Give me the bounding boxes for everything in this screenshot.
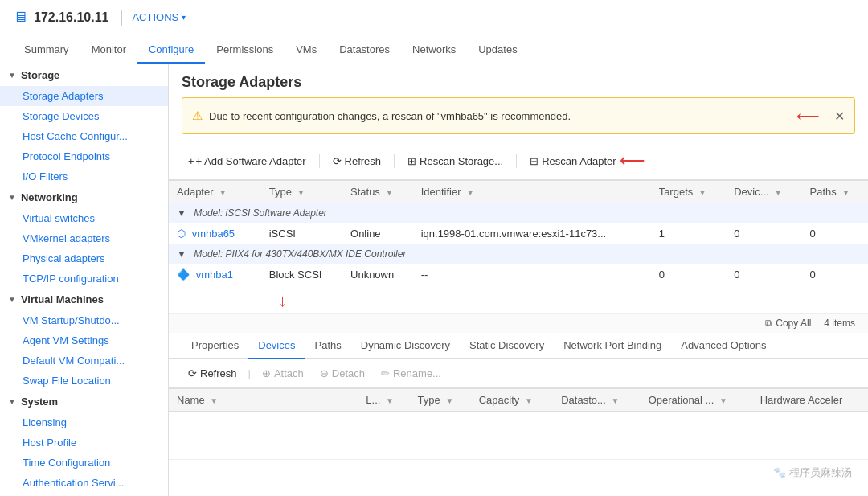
sidebar-item-virtual-switches[interactable]: Virtual switches (0, 208, 168, 228)
copy-all-button[interactable]: ⧉ Copy All (765, 318, 811, 329)
page-title: Storage Adapters (169, 64, 868, 97)
arrow-icon: ▼ (8, 397, 16, 406)
col-status[interactable]: Status ▼ (342, 181, 413, 203)
detach-icon: ⊖ (320, 367, 329, 379)
rescan-adapter-arrow-icon: ⟵ (620, 150, 645, 171)
devices-refresh-button[interactable]: ⟳ Refresh (182, 364, 244, 383)
sidebar-item-vmkernel-adapters[interactable]: VMkernel adapters (0, 228, 168, 248)
tab-monitor[interactable]: Monitor (80, 37, 137, 64)
sub-tab-static-discovery[interactable]: Static Discovery (460, 333, 554, 359)
model-group-row-2: ▼ Model: PIIX4 for 430TX/440BX/MX IDE Co… (169, 244, 868, 264)
toolbar-separator (319, 154, 320, 168)
sidebar-item-physical-adapters[interactable]: Physical adapters (0, 248, 168, 268)
dev-col-type[interactable]: Type ▼ (410, 388, 471, 411)
devices-cell: 0 (726, 264, 801, 285)
copy-icon: ⧉ (765, 318, 772, 329)
col-devices[interactable]: Devic... ▼ (726, 181, 801, 203)
col-adapter[interactable]: Adapter ▼ (169, 181, 261, 203)
warning-banner: ⚠ Due to recent configuration changes, a… (182, 97, 855, 134)
sub-tab-paths[interactable]: Paths (305, 333, 351, 359)
status-cell: Unknown (342, 264, 413, 285)
sidebar-item-tcpip-config[interactable]: TCP/IP configuration (0, 268, 168, 289)
identifier-cell: iqn.1998-01.com.vmware:esxi1-11c73... (413, 223, 651, 244)
sidebar-item-storage-devices[interactable]: Storage Devices (0, 106, 168, 126)
model-group-row: ▼ Model: iSCSI Software Adapter (169, 203, 868, 223)
adapter-name-cell: ⬡ vmhba65 (169, 223, 261, 244)
adapter-link[interactable]: vmhba1 (196, 268, 233, 281)
sidebar-item-storage-adapters[interactable]: Storage Adapters (0, 86, 168, 106)
sub-tab-advanced-options[interactable]: Advanced Options (671, 333, 776, 359)
collapse-icon[interactable]: ▼ (177, 207, 186, 219)
dev-col-operational[interactable]: Operational ... ▼ (641, 388, 752, 411)
table-row[interactable]: ⬡ vmhba65 iSCSI Online iqn.1998-01.com.v… (169, 223, 868, 244)
sidebar-item-protocol-endpoints[interactable]: Protocol Endpoints (0, 146, 168, 166)
dev-col-capacity[interactable]: Capacity ▼ (471, 388, 553, 411)
sub-tab-devices[interactable]: Devices (248, 333, 305, 359)
sidebar-item-agent-vm-settings[interactable]: Agent VM Settings (0, 330, 168, 350)
devices-table-container[interactable]: Name ▼ L... ▼ Type ▼ Capacity ▼ Datasto.… (169, 388, 868, 497)
warning-close-button[interactable]: ✕ (834, 109, 845, 124)
sidebar-group-storage: ▼ Storage Storage Adapters Storage Devic… (0, 64, 168, 187)
sort-icon: ▼ (297, 188, 305, 197)
rescan-adapter-button[interactable]: ⊟ Rescan Adapter ⟵ (523, 147, 652, 174)
refresh-button[interactable]: ⟳ Refresh (326, 152, 388, 170)
sub-tab-properties[interactable]: Properties (182, 333, 248, 359)
tab-permissions[interactable]: Permissions (205, 37, 285, 64)
dev-col-name[interactable]: Name ▼ (169, 388, 358, 411)
sidebar-item-certificate[interactable]: Certificate (0, 493, 168, 496)
attach-icon: ⊕ (262, 367, 271, 379)
dev-col-hardware-accel[interactable]: Hardware Acceler (752, 388, 868, 411)
devices-toolbar: ⟳ Refresh | ⊕ Attach ⊖ Detach ✏ Rename..… (169, 359, 868, 388)
tab-summary[interactable]: Summary (13, 37, 80, 64)
chevron-down-icon: ▾ (182, 13, 186, 22)
plus-icon: + (188, 155, 194, 167)
adapter-table-scroll[interactable]: Adapter ▼ Type ▼ Status ▼ Identifier ▼ T… (169, 180, 868, 289)
tab-datastores[interactable]: Datastores (328, 37, 401, 64)
down-arrow-container: ↓ (169, 289, 868, 313)
adapter-link[interactable]: vmhba65 (192, 228, 235, 240)
sidebar-item-io-filters[interactable]: I/O Filters (0, 166, 168, 187)
sidebar-item-host-profile[interactable]: Host Profile (0, 432, 168, 453)
tab-configure[interactable]: Configure (137, 37, 205, 64)
host-icon: 🖥 (13, 9, 27, 26)
devices-table: Name ▼ L... ▼ Type ▼ Capacity ▼ Datasto.… (169, 388, 868, 460)
tab-vms[interactable]: VMs (285, 37, 328, 64)
nav-tabs: Summary Monitor Configure Permissions VM… (0, 35, 868, 64)
sort-icon: ▼ (611, 396, 619, 405)
tab-networks[interactable]: Networks (401, 37, 467, 64)
sidebar-group-vms-header[interactable]: ▼ Virtual Machines (0, 289, 168, 310)
sidebar-item-vm-startup[interactable]: VM Startup/Shutdo... (0, 310, 168, 330)
sidebar-item-auth-services[interactable]: Authentication Servi... (0, 473, 168, 493)
actions-button[interactable]: ACTIONS ▾ (132, 11, 186, 23)
col-identifier[interactable]: Identifier ▼ (413, 181, 651, 203)
col-targets[interactable]: Targets ▼ (651, 181, 727, 203)
dev-col-lun[interactable]: L... ▼ (358, 388, 409, 411)
col-paths[interactable]: Paths ▼ (802, 181, 868, 203)
rescan-storage-button[interactable]: ⊞ Rescan Storage... (401, 152, 510, 170)
detach-button[interactable]: ⊖ Detach (313, 364, 371, 383)
sidebar-item-licensing[interactable]: Licensing (0, 412, 168, 432)
refresh-icon: ⟳ (188, 367, 197, 379)
sidebar-group-storage-header[interactable]: ▼ Storage (0, 64, 168, 86)
sidebar-item-swap-file[interactable]: Swap File Location (0, 371, 168, 391)
add-software-adapter-button[interactable]: + + Add Software Adapter (182, 152, 313, 170)
sidebar-item-host-cache[interactable]: Host Cache Configur... (0, 126, 168, 146)
status-cell: Online (342, 223, 413, 244)
dev-col-datastore[interactable]: Datasto... ▼ (553, 388, 640, 411)
rename-button[interactable]: ✏ Rename... (375, 364, 448, 383)
collapse-icon-2[interactable]: ▼ (177, 248, 186, 260)
sub-tab-network-port-binding[interactable]: Network Port Binding (554, 333, 671, 359)
sidebar-group-system-header[interactable]: ▼ System (0, 391, 168, 412)
warning-icon: ⚠ (192, 109, 203, 123)
header-divider (121, 10, 122, 26)
sidebar-item-time-config[interactable]: Time Configuration (0, 453, 168, 473)
sort-icon: ▼ (719, 396, 727, 405)
sort-icon: ▼ (774, 188, 782, 197)
attach-button[interactable]: ⊕ Attach (256, 364, 310, 383)
tab-updates[interactable]: Updates (467, 37, 528, 64)
table-row[interactable]: 🔷 vmhba1 Block SCSI Unknown -- 0 0 0 (169, 264, 868, 285)
sidebar-item-default-vm-compat[interactable]: Default VM Compati... (0, 350, 168, 371)
sidebar-group-networking-header[interactable]: ▼ Networking (0, 187, 168, 208)
col-type[interactable]: Type ▼ (261, 181, 342, 203)
sub-tab-dynamic-discovery[interactable]: Dynamic Discovery (351, 333, 460, 359)
